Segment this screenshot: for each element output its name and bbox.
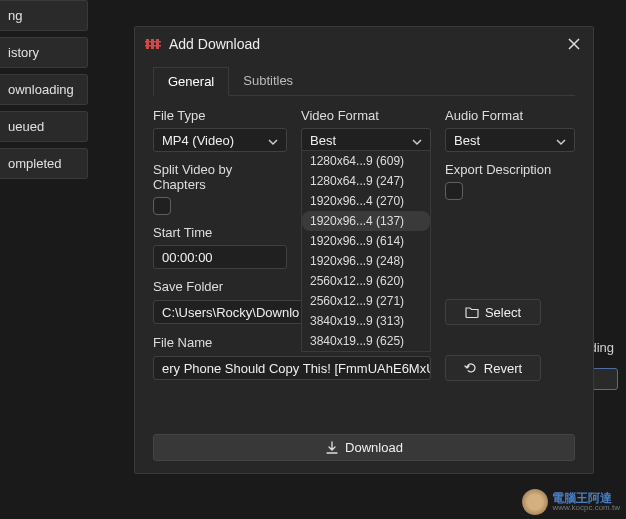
svg-rect-2 — [156, 39, 159, 49]
video-format-option[interactable]: 3840x19...9 (625) — [302, 331, 430, 351]
file-type-label: File Type — [153, 108, 287, 123]
video-format-option[interactable]: 1920x96...9 (248) — [302, 251, 430, 271]
select-folder-button[interactable]: Select — [445, 299, 541, 325]
audio-format-select[interactable]: Best — [445, 128, 575, 152]
export-desc-label: Export Description — [445, 162, 575, 177]
app-icon — [145, 36, 161, 52]
sidebar-item[interactable]: ompleted — [0, 148, 88, 179]
titlebar: Add Download — [135, 27, 593, 61]
add-download-dialog: Add Download General Subtitles File Type… — [134, 26, 594, 474]
video-format-option[interactable]: 1280x64...9 (247) — [302, 171, 430, 191]
watermark: 電腦王阿達 www.kocpc.com.tw — [522, 489, 620, 515]
svg-rect-1 — [151, 39, 154, 49]
video-format-option[interactable]: 1920x96...4 (270) — [302, 191, 430, 211]
chevron-down-icon — [412, 135, 422, 145]
video-format-option[interactable]: 1280x64...9 (609) — [302, 151, 430, 171]
download-button[interactable]: Download — [153, 434, 575, 461]
svg-rect-0 — [146, 39, 149, 49]
chevron-down-icon — [268, 135, 278, 145]
audio-format-label: Audio Format — [445, 108, 575, 123]
video-format-option[interactable]: 1920x96...4 (137) — [302, 211, 430, 231]
svg-rect-4 — [145, 45, 161, 47]
export-desc-checkbox[interactable] — [445, 182, 463, 200]
video-format-option[interactable]: 2560x12...9 (271) — [302, 291, 430, 311]
tab-subtitles[interactable]: Subtitles — [229, 67, 307, 95]
sidebar-item[interactable]: istory — [0, 37, 88, 68]
chevron-down-icon — [556, 135, 566, 145]
video-format-option[interactable]: 3840x19...9 (313) — [302, 311, 430, 331]
folder-icon — [465, 305, 479, 319]
sidebar: ng istory ownloading ueued ompleted — [0, 0, 88, 519]
svg-rect-3 — [145, 41, 161, 43]
file-type-select[interactable]: MP4 (Video) — [153, 128, 287, 152]
start-time-input[interactable]: 00:00:00 — [153, 245, 287, 269]
start-time-label: Start Time — [153, 225, 287, 240]
video-format-dropdown: 1280x64...9 (609)1280x64...9 (247)1920x9… — [301, 150, 431, 352]
video-format-option[interactable]: 2560x12...9 (620) — [302, 271, 430, 291]
close-icon — [568, 38, 580, 50]
revert-button[interactable]: Revert — [445, 355, 541, 381]
file-name-input[interactable]: ery Phone Should Copy This! [FmmUAhE6MxU… — [153, 356, 431, 380]
tabs: General Subtitles — [153, 67, 575, 96]
revert-icon — [464, 361, 478, 375]
video-format-label: Video Format — [301, 108, 431, 123]
video-format-option[interactable]: 1920x96...9 (614) — [302, 231, 430, 251]
tab-general[interactable]: General — [153, 67, 229, 96]
close-button[interactable] — [565, 35, 583, 53]
sidebar-item[interactable]: ueued — [0, 111, 88, 142]
sidebar-item[interactable]: ownloading — [0, 74, 88, 105]
watermark-icon — [522, 489, 548, 515]
sidebar-item[interactable]: ng — [0, 0, 88, 31]
download-icon — [325, 441, 339, 455]
video-format-select[interactable]: Best — [301, 128, 431, 152]
dialog-title: Add Download — [169, 36, 565, 52]
split-chapters-label: Split Video by Chapters — [153, 162, 287, 192]
split-chapters-checkbox[interactable] — [153, 197, 171, 215]
